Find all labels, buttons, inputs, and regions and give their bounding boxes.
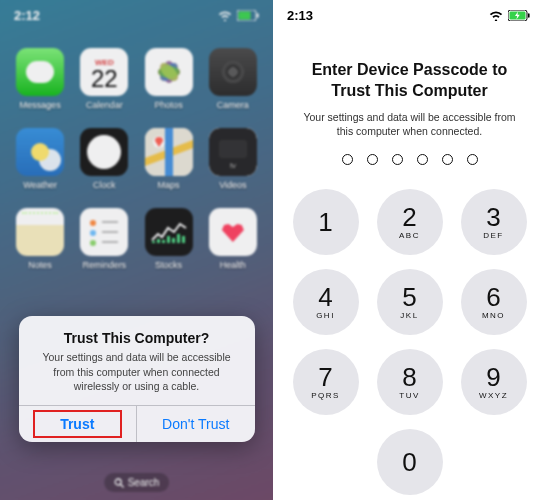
keypad: 12ABC3DEF4GHI5JKL6MNO7PQRS8TUV9WXYZ0 xyxy=(295,189,524,495)
status-bar-right: 2:13 xyxy=(273,0,546,24)
passcode-dot xyxy=(442,154,453,165)
right-passcode-screen: 2:13 Enter Device Passcode to Trust This… xyxy=(273,0,546,500)
key-number: 4 xyxy=(318,284,332,310)
key-number: 6 xyxy=(486,284,500,310)
key-number: 5 xyxy=(402,284,416,310)
wifi-icon xyxy=(489,10,503,21)
key-number: 0 xyxy=(402,449,416,475)
passcode-title: Enter Device Passcode to Trust This Comp… xyxy=(295,60,524,102)
key-letters: ABC xyxy=(399,231,420,240)
status-time: 2:13 xyxy=(287,8,313,23)
key-2[interactable]: 2ABC xyxy=(377,189,443,255)
key-letters: MNO xyxy=(482,311,505,320)
key-8[interactable]: 8TUV xyxy=(377,349,443,415)
key-3[interactable]: 3DEF xyxy=(461,189,527,255)
key-letters: DEF xyxy=(483,231,504,240)
key-number: 3 xyxy=(486,204,500,230)
passcode-dot xyxy=(367,154,378,165)
left-homescreen: 2:12 MessagesWED22CalendarPhotosCameraWe… xyxy=(0,0,273,500)
key-0[interactable]: 0 xyxy=(377,429,443,495)
passcode-dot xyxy=(392,154,403,165)
trust-button[interactable]: Trust xyxy=(19,406,137,442)
key-letters: PQRS xyxy=(311,391,340,400)
trust-alert: Trust This Computer? Your settings and d… xyxy=(19,316,255,442)
key-letters: WXYZ xyxy=(479,391,508,400)
key-letters: JKL xyxy=(400,311,418,320)
key-letters: TUV xyxy=(399,391,420,400)
key-4[interactable]: 4GHI xyxy=(293,269,359,335)
passcode-subtitle: Your settings and data will be accessibl… xyxy=(295,110,524,138)
alert-message: Your settings and data will be accessibl… xyxy=(33,350,241,393)
battery-charging-icon xyxy=(508,10,532,21)
passcode-dot xyxy=(342,154,353,165)
status-icons xyxy=(489,10,532,21)
dont-trust-button[interactable]: Don't Trust xyxy=(136,406,255,442)
key-number: 8 xyxy=(402,364,416,390)
key-number: 7 xyxy=(318,364,332,390)
svg-rect-27 xyxy=(528,13,530,18)
alert-title: Trust This Computer? xyxy=(33,330,241,346)
key-6[interactable]: 6MNO xyxy=(461,269,527,335)
key-5[interactable]: 5JKL xyxy=(377,269,443,335)
passcode-dot xyxy=(417,154,428,165)
passcode-dots xyxy=(295,154,524,165)
key-1[interactable]: 1 xyxy=(293,189,359,255)
key-number: 1 xyxy=(318,209,332,235)
key-number: 9 xyxy=(486,364,500,390)
key-7[interactable]: 7PQRS xyxy=(293,349,359,415)
key-number: 2 xyxy=(402,204,416,230)
key-letters: GHI xyxy=(316,311,335,320)
key-9[interactable]: 9WXYZ xyxy=(461,349,527,415)
passcode-dot xyxy=(467,154,478,165)
